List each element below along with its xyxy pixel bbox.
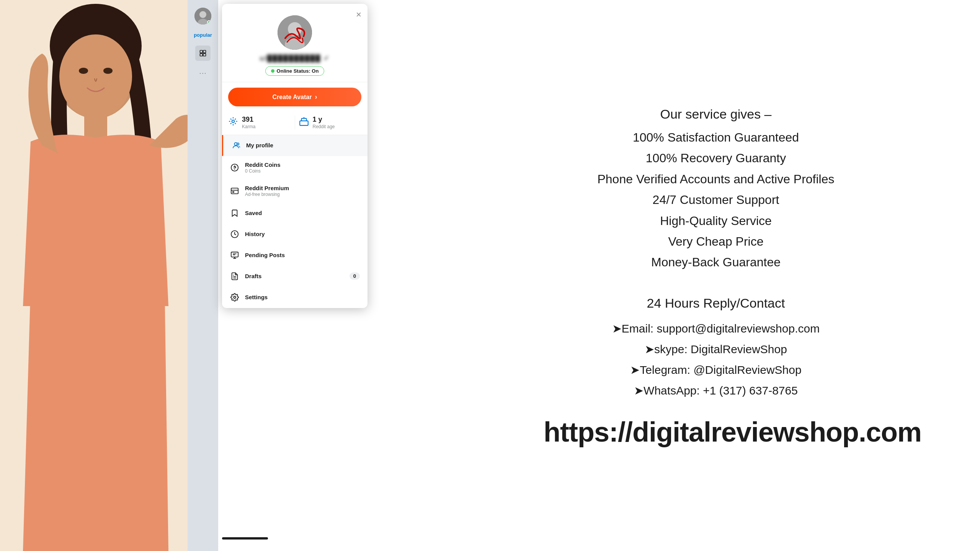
menu-item-my-profile[interactable]: My profile [222,135,368,156]
karma-label: Karma [242,124,255,129]
sidebar-online-dot [207,20,211,24]
menu-item-pending-posts[interactable]: Pending Posts [222,245,368,266]
sidebar-more-dots[interactable]: ··· [199,68,207,77]
my-profile-icon [231,140,241,150]
svg-rect-22 [231,188,238,194]
service-item-6: Very Cheap Price [544,231,888,252]
close-button[interactable]: × [356,9,361,20]
svg-point-8 [199,11,206,18]
my-profile-label: My profile [246,142,360,148]
contact-skype: ➤skype: DigitalReviewShop [544,339,888,360]
service-heading: Our service gives – [544,103,888,126]
website-url[interactable]: https://digitalreviewshop.com [544,416,888,448]
info-content: Our service gives – 100% Satisfaction Gu… [544,103,888,448]
svg-rect-13 [203,54,206,56]
pending-posts-label: Pending Posts [245,252,360,258]
contact-section: 24 Hours Reply/Contact ➤Email: support@d… [544,296,888,401]
settings-label: Settings [245,294,360,300]
reddit-coins-label: Reddit Coins [245,161,360,168]
home-indicator [222,537,268,540]
svg-rect-10 [200,51,203,53]
pending-posts-icon [230,250,240,260]
contact-email: ➤Email: support@digitalreviewshop.com [544,318,888,339]
service-list: Our service gives – 100% Satisfaction Gu… [544,103,888,273]
svg-rect-11 [203,51,206,53]
menu-item-saved[interactable]: Saved [222,203,368,224]
svg-rect-23 [233,191,234,192]
sidebar-strip: popular ··· [188,0,218,551]
svg-point-17 [232,120,235,123]
menu-item-history[interactable]: History [222,224,368,245]
reddit-age-stat: 1 y Reddit age [299,116,362,129]
sidebar-avatar[interactable] [194,8,211,24]
karma-value: 391 [242,116,255,124]
history-label: History [245,231,360,237]
contact-whatsapp: ➤WhatsApp: +1 (317) 637-8765 [544,380,888,401]
info-panel: Our service gives – 100% Satisfaction Gu… [452,0,980,551]
service-item-5: High-Quality Service [544,210,888,231]
karma-stat: 391 Karma [228,116,291,129]
history-icon [230,229,240,239]
card-avatar-section: u/██████████ ✓ Online Status: On [222,4,368,82]
create-avatar-arrow: › [315,93,317,101]
woman-figure [0,0,191,551]
reddit-coins-sub: 0 Coins [245,168,360,174]
online-status-badge: Online Status: On [265,66,325,76]
svg-rect-18 [300,121,308,126]
settings-icon [230,292,240,302]
svg-point-3 [59,34,132,119]
reddit-premium-sub: Ad-free browsing [245,192,360,197]
saved-icon [230,208,240,218]
reddit-age-label: Reddit age [313,124,335,129]
sidebar-popular-label[interactable]: popular [194,32,212,38]
contact-heading: 24 Hours Reply/Contact [544,296,888,311]
online-dot [271,69,274,73]
card-avatar [278,15,312,50]
menu-item-reddit-coins[interactable]: Reddit Coins 0 Coins [222,156,368,179]
service-item-2: 100% Recovery Guaranty [544,148,888,168]
online-status-text: Online Status: On [277,68,319,74]
menu-item-drafts[interactable]: Drafts 0 [222,266,368,287]
drafts-icon [230,271,240,281]
stat-divider [295,116,295,129]
coins-icon [230,163,240,173]
stats-row: 391 Karma 1 y Reddit age [222,112,368,135]
svg-rect-12 [200,54,203,56]
reddit-age-value: 1 y [313,116,335,124]
service-item-1: 100% Satisfaction Guaranteed [544,127,888,148]
contact-telegram: ➤Telegram: @DigitalReviewShop [544,360,888,380]
svg-point-26 [234,296,236,298]
username-display: u/██████████ ✓ [260,54,330,62]
svg-point-5 [103,68,113,74]
service-item-3: Phone Verified Accounts and Active Profi… [544,169,888,189]
saved-label: Saved [245,210,360,216]
reddit-premium-label: Reddit Premium [245,185,360,191]
profile-card: × u/██████████ ✓ Online Status: On Creat… [222,4,368,308]
drafts-label: Drafts [245,273,350,279]
create-avatar-label: Create Avatar [273,94,312,101]
svg-point-4 [79,68,88,74]
karma-icon [228,116,238,129]
svg-rect-25 [231,252,238,257]
drafts-badge: 0 [350,272,360,280]
create-avatar-button[interactable]: Create Avatar › [228,88,361,106]
sidebar-home-button[interactable] [195,46,211,61]
menu-item-reddit-premium[interactable]: Reddit Premium Ad-free browsing [222,179,368,203]
service-item-7: Money-Back Guarantee [544,252,888,272]
menu-item-settings[interactable]: Settings [222,287,368,308]
premium-icon [230,186,240,196]
cake-icon [299,116,309,129]
svg-point-20 [237,143,239,145]
service-item-4: 24/7 Customer Support [544,189,888,210]
